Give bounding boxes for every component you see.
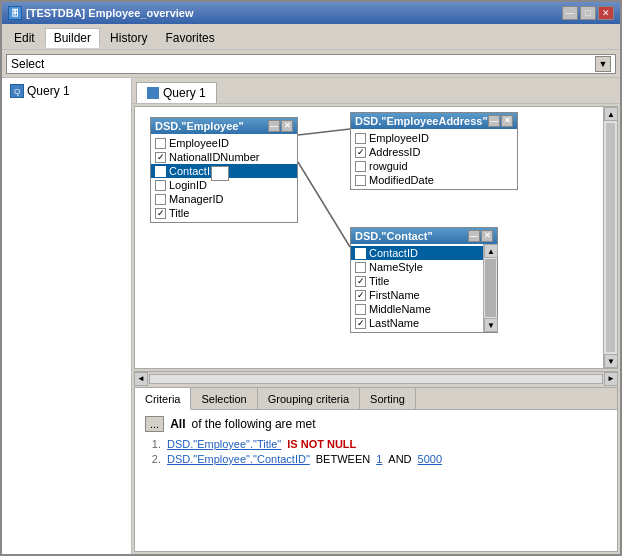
scroll-down-button[interactable]: ▼ (604, 354, 618, 368)
table-employee-body: EmployeeID NationalIDNumber ContactID ↖ (151, 134, 297, 222)
scroll-left-button[interactable]: ◄ (134, 372, 148, 386)
field-name: rowguid (369, 160, 408, 172)
app-icon: 🗄 (8, 6, 22, 20)
table-minimize-button[interactable]: — (268, 120, 280, 132)
table-employee-title: DSD."Employee" (155, 120, 244, 132)
table-close-button[interactable]: ✕ (501, 115, 513, 127)
scroll-track (149, 374, 603, 384)
tab-favorites[interactable]: Favorites (157, 29, 222, 47)
table-row[interactable]: EmployeeID (151, 136, 297, 150)
tab-selection[interactable]: Selection (191, 388, 257, 409)
table-contact-body: ContactID NameStyle Title FirstName (351, 244, 497, 332)
field-checkbox[interactable] (355, 248, 366, 259)
tree-item-query1[interactable]: Q Query 1 (6, 82, 127, 100)
field-checkbox[interactable] (155, 180, 166, 191)
toolbar: Select ▼ (2, 50, 620, 78)
table-row[interactable]: EmployeeID (351, 131, 517, 145)
dropdown-arrow-icon[interactable]: ▼ (595, 56, 611, 72)
field-checkbox[interactable] (355, 290, 366, 301)
field-checkbox[interactable] (355, 133, 366, 144)
field-checkbox[interactable] (155, 166, 166, 177)
table-minimize-button[interactable]: — (468, 230, 480, 242)
table-row[interactable]: ModifiedDate (351, 173, 517, 187)
query-tab-1[interactable]: Query 1 (136, 82, 217, 103)
close-button[interactable]: ✕ (598, 6, 614, 20)
contact-scrollbar[interactable]: ▲ ▼ (483, 244, 497, 332)
table-row[interactable]: NationalIDNumber (151, 150, 297, 164)
query-tab-label: Query 1 (163, 86, 206, 100)
condition-num: 2. (145, 453, 161, 465)
table-employee-header: DSD."Employee" — ✕ (151, 118, 297, 134)
field-checkbox[interactable] (355, 262, 366, 273)
scroll-down-button[interactable]: ▼ (484, 318, 498, 332)
field-name: AddressID (369, 146, 420, 158)
field-checkbox[interactable] (155, 208, 166, 219)
table-close-button[interactable]: ✕ (481, 230, 493, 242)
bottom-panel: Criteria Selection Grouping criteria Sor… (134, 387, 618, 552)
field-name: MiddleName (369, 303, 431, 315)
window-title: [TESTDBA] Employee_overview (26, 7, 194, 19)
table-row[interactable]: Title (151, 206, 297, 220)
field-name: FirstName (369, 289, 420, 301)
scroll-up-button[interactable]: ▲ (604, 107, 618, 121)
table-row[interactable]: AddressID (351, 145, 517, 159)
field-checkbox[interactable] (355, 147, 366, 158)
minimize-button[interactable]: — (562, 6, 578, 20)
tab-sorting[interactable]: Sorting (360, 388, 416, 409)
dots-button[interactable]: ... (145, 416, 164, 432)
condition-value-1[interactable]: 1 (376, 453, 382, 465)
field-checkbox[interactable] (355, 276, 366, 287)
title-bar-left: 🗄 [TESTDBA] Employee_overview (8, 6, 194, 20)
tab-criteria[interactable]: Criteria (135, 388, 191, 410)
title-controls: — □ ✕ (562, 6, 614, 20)
condition-field[interactable]: DSD."Employee"."Title" (167, 438, 281, 450)
maximize-button[interactable]: □ (580, 6, 596, 20)
table-address-body: EmployeeID AddressID rowguid Modifi (351, 129, 517, 189)
condition-field[interactable]: DSD."Employee"."ContactID" (167, 453, 310, 465)
field-checkbox[interactable] (355, 304, 366, 315)
table-minimize-button[interactable]: — (488, 115, 500, 127)
field-checkbox[interactable] (155, 194, 166, 205)
condition-value-2[interactable]: 5000 (418, 453, 442, 465)
scroll-up-button[interactable]: ▲ (484, 244, 498, 258)
table-close-button[interactable]: ✕ (281, 120, 293, 132)
scroll-thumb[interactable] (606, 123, 615, 352)
field-name: NationalIDNumber (169, 151, 259, 163)
menu-edit[interactable]: Edit (6, 29, 43, 47)
logic-word: All (170, 417, 185, 431)
field-checkbox[interactable] (355, 161, 366, 172)
table-row[interactable]: LastName (351, 316, 483, 330)
svg-line-0 (298, 162, 350, 247)
table-row[interactable]: ManagerID (151, 192, 297, 206)
main-content: Q Query 1 Query 1 DSD."Employee" (2, 78, 620, 554)
table-row[interactable]: NameStyle (351, 260, 483, 274)
main-window: 🗄 [TESTDBA] Employee_overview — □ ✕ Edit… (0, 0, 622, 556)
scroll-right-button[interactable]: ► (604, 372, 618, 386)
table-contact-title: DSD."Contact" (355, 230, 433, 242)
field-checkbox[interactable] (155, 152, 166, 163)
condition-row-1: 1. DSD."Employee"."Title" IS NOT NULL (145, 438, 607, 450)
field-checkbox[interactable] (355, 318, 366, 329)
field-name: EmployeeID (169, 137, 229, 149)
table-row[interactable]: rowguid (351, 159, 517, 173)
tab-history[interactable]: History (102, 29, 155, 47)
table-row-selected[interactable]: ContactID (351, 246, 483, 260)
table-row[interactable]: Title (351, 274, 483, 288)
tab-builder[interactable]: Builder (45, 28, 100, 48)
field-name: Title (169, 207, 189, 219)
table-header-controls: — ✕ (488, 115, 513, 127)
cursor-tooltip: ↖ (211, 166, 229, 181)
table-row[interactable]: MiddleName (351, 302, 483, 316)
field-checkbox[interactable] (155, 138, 166, 149)
horizontal-scrollbar[interactable]: ◄ ► (134, 371, 618, 385)
scroll-thumb[interactable] (485, 259, 496, 317)
table-header-controls: — ✕ (268, 120, 293, 132)
field-checkbox[interactable] (355, 175, 366, 186)
select-dropdown[interactable]: Select ▼ (6, 54, 616, 74)
left-panel: Q Query 1 (2, 78, 132, 554)
diagram-vscrollbar[interactable]: ▲ ▼ (603, 107, 617, 368)
table-row-selected[interactable]: ContactID ↖ (151, 164, 297, 178)
tab-grouping[interactable]: Grouping criteria (258, 388, 360, 409)
table-employee-address-title: DSD."EmployeeAddress" (355, 115, 488, 127)
table-row[interactable]: FirstName (351, 288, 483, 302)
